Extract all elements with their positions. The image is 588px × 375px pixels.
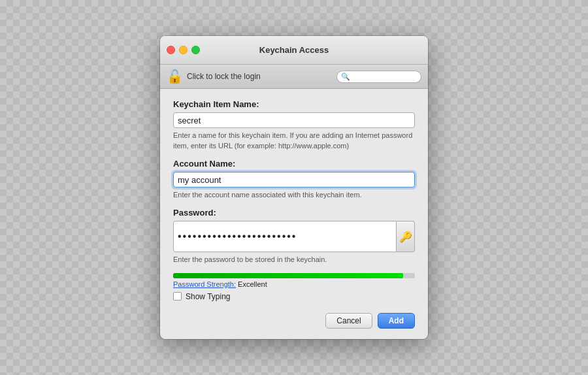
lock-wrapper[interactable]: 🔓 Click to lock the login [167,69,261,84]
minimize-button[interactable] [179,46,188,54]
keychain-item-name-input[interactable] [173,112,415,128]
keychain-item-name-group: Keychain Item Name: Enter a name for thi… [173,99,415,151]
show-typing-row: Show Typing [173,292,415,301]
strength-bar-background [173,273,415,278]
strength-label: Password Strength: Excellent [173,280,415,288]
lock-label: Click to lock the login [187,72,261,81]
window-title: Keychain Access [259,45,329,55]
account-name-group: Account Name: Enter the account name ass… [173,159,415,200]
search-icon: 🔍 [341,73,350,81]
cancel-button[interactable]: Cancel [325,313,372,329]
keychain-window: Keychain Access 🔓 Click to lock the logi… [160,36,428,339]
toolbar: 🔓 Click to lock the login 🔍 [160,65,428,89]
strength-bar-container: Password Strength: Excellent [173,273,415,288]
form-content: Keychain Item Name: Enter a name for thi… [160,89,428,339]
titlebar: Keychain Access [160,36,428,65]
search-input[interactable] [352,73,417,80]
account-name-hint: Enter the account name associated with t… [173,190,415,200]
keychain-item-name-hint: Enter a name for this keychain item. If … [173,131,415,151]
add-button[interactable]: Add [378,313,415,329]
password-strength-link[interactable]: Password Strength: [173,280,236,288]
show-typing-checkbox[interactable] [173,292,182,301]
keychain-item-name-label: Keychain Item Name: [173,99,415,109]
close-button[interactable] [167,46,175,54]
show-typing-label: Show Typing [186,292,231,301]
traffic-lights [167,46,200,54]
password-input-container [173,221,397,252]
button-row: Cancel Add [173,310,415,329]
maximize-button[interactable] [191,46,200,54]
strength-bar-fill [173,273,403,278]
password-strength-value: Excellent [238,280,267,288]
account-name-input[interactable] [173,172,415,188]
password-wrapper: 🔑 [173,221,415,252]
lock-icon: 🔓 [167,69,183,84]
password-hint: Enter the password to be stored in the k… [173,255,415,265]
search-bar[interactable]: 🔍 [336,71,421,83]
password-label: Password: [173,208,415,218]
password-input[interactable] [173,221,397,252]
account-name-label: Account Name: [173,159,415,169]
password-group: Password: 🔑 Enter the password to be sto… [173,208,415,265]
key-button[interactable]: 🔑 [397,221,415,252]
